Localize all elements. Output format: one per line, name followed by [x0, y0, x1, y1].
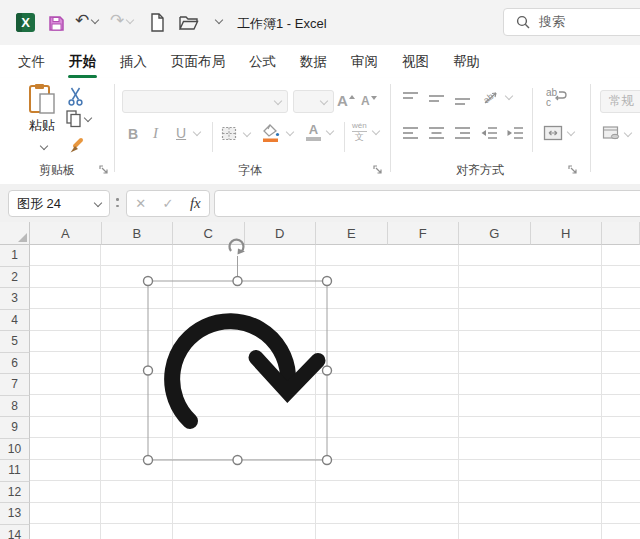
excel-logo-icon[interactable]: X: [16, 13, 35, 32]
tab-file[interactable]: 文件: [6, 45, 57, 78]
row-header-2[interactable]: 2: [0, 267, 30, 289]
font-color-button[interactable]: A: [306, 123, 333, 141]
alignment-dialog-launcher-icon[interactable]: [568, 165, 578, 175]
tab-help[interactable]: 帮助: [441, 45, 492, 78]
name-box-value: 图形 24: [17, 195, 61, 213]
cell-grid[interactable]: [30, 245, 640, 539]
tab-formulas[interactable]: 公式: [237, 45, 288, 78]
row-header-13[interactable]: 13: [0, 503, 30, 525]
column-header-f[interactable]: F: [388, 222, 460, 245]
tab-data[interactable]: 数据: [288, 45, 339, 78]
paste-chevron-icon[interactable]: [39, 142, 47, 150]
name-box-chevron-icon[interactable]: [94, 198, 102, 206]
increase-indent-button[interactable]: [506, 125, 524, 141]
tab-page-layout[interactable]: 页面布局: [159, 45, 237, 78]
undo-button[interactable]: ↶: [75, 12, 98, 29]
borders-button[interactable]: [221, 125, 250, 142]
column-header-e[interactable]: E: [316, 222, 388, 245]
copy-chevron-icon[interactable]: [84, 114, 92, 122]
grow-font-glyph: A: [337, 92, 348, 109]
column-header-partial[interactable]: [602, 222, 640, 245]
column-header-c[interactable]: C: [173, 222, 245, 245]
bold-button[interactable]: B: [128, 127, 138, 141]
cancel-button[interactable]: ✕: [135, 196, 146, 211]
borders-chevron-icon[interactable]: [243, 128, 251, 136]
column-header-d[interactable]: D: [245, 222, 317, 245]
open-file-button[interactable]: [179, 15, 199, 30]
column-header-a[interactable]: A: [30, 222, 102, 245]
align-bottom-button[interactable]: [454, 90, 472, 106]
fill-color-chevron-icon[interactable]: [286, 128, 294, 136]
row-header-1[interactable]: 1: [0, 245, 30, 267]
underline-chevron-icon[interactable]: [193, 128, 201, 136]
format-painter-button[interactable]: [66, 136, 86, 156]
phonetic-guide-button[interactable]: wén 文: [352, 122, 379, 142]
new-workbook-button[interactable]: [150, 13, 165, 32]
italic-button[interactable]: I: [153, 126, 158, 141]
align-left-button[interactable]: [402, 125, 420, 141]
tab-home[interactable]: 开始: [57, 45, 108, 78]
row-header-6[interactable]: 6: [0, 353, 30, 375]
phonetic-chevron-icon[interactable]: [371, 127, 379, 135]
tab-insert[interactable]: 插入: [108, 45, 159, 78]
number-format-combo[interactable]: 常规: [600, 90, 640, 113]
clipboard-dialog-launcher-icon[interactable]: [99, 165, 109, 175]
orientation-button[interactable]: ab: [482, 88, 512, 106]
tab-view[interactable]: 视图: [390, 45, 441, 78]
underline-button[interactable]: U: [176, 126, 200, 140]
font-size-combo[interactable]: [293, 90, 334, 113]
formula-bar-divider[interactable]: [116, 198, 119, 207]
column-header-g[interactable]: G: [459, 222, 531, 245]
orientation-chevron-icon[interactable]: [505, 92, 513, 100]
accounting-format-icon: [602, 125, 621, 142]
insert-function-button[interactable]: fx: [190, 195, 201, 212]
merge-center-chevron-icon[interactable]: [567, 128, 575, 136]
underline-glyph: U: [176, 126, 186, 140]
row-header-14[interactable]: 14: [0, 525, 30, 539]
save-button[interactable]: [46, 13, 66, 33]
align-top-button[interactable]: [402, 90, 420, 106]
row-header-3[interactable]: 3: [0, 288, 30, 310]
row-header-5[interactable]: 5: [0, 331, 30, 353]
font-dialog-launcher-icon[interactable]: [373, 165, 383, 175]
row-header-4[interactable]: 4: [0, 310, 30, 332]
formula-input[interactable]: [214, 190, 640, 217]
cut-button[interactable]: [66, 86, 84, 106]
search-box[interactable]: 搜索: [503, 8, 640, 36]
row-header-7[interactable]: 7: [0, 374, 30, 396]
column-header-h[interactable]: H: [531, 222, 603, 245]
accounting-chevron-icon[interactable]: [624, 128, 632, 136]
row-header-9[interactable]: 9: [0, 417, 30, 439]
row-header-12[interactable]: 12: [0, 482, 30, 504]
wrap-text-button[interactable]: ab c: [545, 87, 567, 108]
decrease-indent-button[interactable]: [480, 125, 498, 141]
font-color-chevron-icon[interactable]: [326, 127, 334, 135]
undo-chevron-icon[interactable]: [91, 15, 99, 23]
align-bottom-icon: [454, 90, 472, 106]
redo-button[interactable]: ↷: [110, 12, 133, 29]
font-name-combo[interactable]: [122, 90, 288, 113]
row-header-11[interactable]: 11: [0, 460, 30, 482]
shrink-font-button[interactable]: A: [361, 94, 377, 108]
copy-button[interactable]: [66, 110, 91, 128]
align-middle-button[interactable]: [428, 90, 446, 106]
align-center-button[interactable]: [428, 125, 446, 141]
fill-color-icon: [262, 123, 282, 143]
grow-font-button[interactable]: A: [337, 92, 355, 109]
row-header-10[interactable]: 10: [0, 439, 30, 461]
decrease-indent-icon: [480, 125, 498, 141]
enter-button[interactable]: ✓: [163, 196, 174, 211]
redo-chevron-icon[interactable]: [126, 15, 134, 23]
align-right-button[interactable]: [454, 125, 472, 141]
fill-color-button[interactable]: [262, 123, 293, 143]
accounting-format-button[interactable]: [602, 125, 631, 142]
customize-toolbar-button[interactable]: [213, 19, 222, 23]
name-box[interactable]: 图形 24: [8, 190, 110, 217]
select-all-button[interactable]: [0, 222, 30, 245]
column-header-b[interactable]: B: [102, 222, 174, 245]
row-header-8[interactable]: 8: [0, 396, 30, 418]
paste-button[interactable]: 粘贴: [24, 83, 60, 145]
merge-center-button[interactable]: [543, 124, 574, 142]
save-icon: [48, 15, 65, 32]
tab-review[interactable]: 审阅: [339, 45, 390, 78]
